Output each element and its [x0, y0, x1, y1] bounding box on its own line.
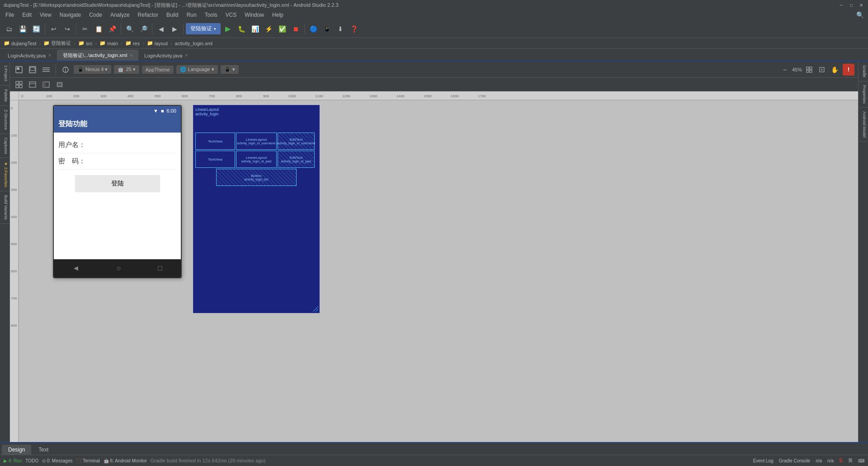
menu-refactor[interactable]: Refactor [134, 11, 162, 19]
favorites-panel-tab[interactable]: ★ 2:Favorites [0, 158, 9, 191]
menu-navigate[interactable]: Navigate [56, 11, 85, 19]
zstructure-panel-tab[interactable]: Z-Structure [0, 106, 9, 134]
layout-textview-1[interactable]: TextView [195, 133, 235, 150]
close-button[interactable]: ✕ [858, 2, 864, 8]
profile-button[interactable]: 📊 [249, 23, 261, 35]
breadcrumb-layout[interactable]: 📁 layout [147, 40, 168, 46]
menu-tools[interactable]: Tools [201, 11, 221, 19]
stop-button[interactable]: ⏹ [289, 23, 302, 35]
tab-close-1[interactable]: × [48, 53, 51, 58]
settings-button[interactable]: ❓ [348, 23, 360, 35]
phone-recent-button[interactable]: □ [158, 264, 162, 272]
tab-login-activity-2[interactable]: LoginActivity.java × [138, 50, 193, 61]
pan-tool-button[interactable]: ✋ [829, 64, 840, 75]
copy-button[interactable]: 📋 [92, 23, 105, 35]
replace-button[interactable]: 🔎 [137, 23, 150, 35]
gradle-panel-tab[interactable]: Gradle [859, 62, 868, 81]
sync-button[interactable]: 🔄 [30, 23, 42, 35]
paste-button[interactable]: 📌 [106, 23, 118, 35]
breadcrumb-project[interactable]: 📁 dujiangTest [4, 40, 37, 46]
debug-button[interactable]: 🐛 [235, 23, 248, 35]
run-tests-button[interactable]: ✅ [276, 23, 288, 35]
back-button[interactable]: ◀ [155, 23, 167, 35]
menu-view[interactable]: View [36, 11, 55, 19]
terminal-button[interactable]: ⬛ Terminal [76, 458, 99, 463]
coverage-button[interactable]: 🔵 [307, 23, 320, 35]
menu-edit[interactable]: Edit [19, 11, 35, 19]
build-variants-panel-tab[interactable]: Build Variants [0, 191, 9, 224]
phone-home-button[interactable]: ○ [117, 264, 121, 272]
properties-panel-tab[interactable]: Properties [859, 81, 868, 108]
menu-code[interactable]: Code [85, 11, 106, 19]
status-event-log[interactable]: Event Log [753, 458, 774, 463]
blueprint-view-button[interactable] [27, 64, 38, 75]
phone-back-button[interactable]: ◄ [72, 264, 80, 272]
status-gradle-console[interactable]: Gradle Console [779, 458, 810, 463]
run-config-dropdown[interactable]: 登陆验证 ▾ [186, 23, 221, 34]
redo-button[interactable]: ↪ [61, 23, 74, 35]
menu-build[interactable]: Build [163, 11, 182, 19]
layout-textview-2[interactable]: TextView [195, 151, 235, 168]
breadcrumb-module[interactable]: 📁 登陆验证 [43, 40, 71, 47]
sdk-manager[interactable]: ⬇ [334, 23, 347, 35]
layout-edittext-2[interactable]: EditText activity_login_et_pwd [278, 151, 315, 168]
android-model-panel-tab[interactable]: Android Model [859, 108, 868, 142]
error-indicator[interactable]: ! [843, 64, 854, 76]
maximize-button[interactable]: □ [848, 2, 854, 8]
project-panel-tab[interactable]: 1:Project [0, 62, 9, 86]
device-selector[interactable]: 📱 Nexus 4 ▾ [74, 65, 111, 74]
layout-edittext-1[interactable]: EditText activity_login_et_username [278, 133, 315, 150]
menu-analyze[interactable]: Analyze [107, 11, 133, 19]
menu-help[interactable]: Help [269, 11, 287, 19]
tab-close-2[interactable]: × [130, 53, 132, 58]
breadcrumb-main[interactable]: 📁 main [99, 40, 118, 46]
android-monitor-button[interactable]: 🤖 6: Android Monitor [104, 458, 147, 463]
tab-login-activity-1[interactable]: LoginActivity.java × [2, 50, 57, 61]
forward-button[interactable]: ▶ [168, 23, 181, 35]
zoom-fit-button[interactable] [804, 64, 815, 75]
theme-selector[interactable]: AppTheme [142, 66, 174, 74]
menu-run[interactable]: Run [183, 11, 200, 19]
phone-login-button[interactable]: 登陆 [75, 175, 160, 192]
panel-view-3[interactable] [54, 79, 65, 90]
breadcrumb-src[interactable]: 📁 src [78, 40, 93, 46]
search-everywhere-button[interactable]: 🔍 [854, 9, 866, 21]
tab-text[interactable]: Text [32, 445, 55, 455]
layout-button[interactable]: Button activity_login_btn [216, 169, 297, 186]
breadcrumb-res[interactable]: 📁 res [125, 40, 140, 46]
project-icon[interactable]: 🗂 [3, 23, 15, 35]
find-button[interactable]: 🔍 [123, 23, 136, 35]
zoom-restore-button[interactable] [816, 64, 827, 75]
messages-button[interactable]: ⊙ 0: Messages [42, 458, 72, 463]
todo-button[interactable]: TODO [25, 458, 38, 463]
save-button[interactable]: 💾 [16, 23, 29, 35]
canvas-viewport[interactable]: ▼ ■ 6:00 登陆功能 用户名： 密 码： [19, 100, 858, 442]
minimize-button[interactable]: ─ [838, 2, 844, 8]
tab-close-3[interactable]: × [185, 53, 188, 58]
orientation-selector[interactable]: 📱 ▾ [221, 65, 239, 74]
api-selector[interactable]: 🤖 25 ▾ [114, 65, 139, 74]
layout-panel-resize-handle[interactable] [312, 305, 319, 313]
layout-linearlayout-2[interactable]: LinearLayout activity_login_et_pwd [236, 151, 277, 168]
list-view-button[interactable] [41, 64, 52, 75]
run-tool-button[interactable]: ▶ 4: Run [4, 458, 22, 463]
menu-window[interactable]: Window [241, 11, 268, 19]
device-manager[interactable]: 📱 [321, 23, 333, 35]
cut-button[interactable]: ✂ [79, 23, 91, 35]
menu-file[interactable]: File [2, 11, 18, 19]
panel-view-1[interactable] [27, 79, 38, 90]
layout-linearlayout-1[interactable]: LinearLayout activity_login_et_username [236, 133, 277, 150]
undo-button[interactable]: ↩ [47, 23, 60, 35]
menu-vcs[interactable]: VCS [222, 11, 241, 19]
language-selector[interactable]: 🌐 Language ▾ [176, 65, 218, 74]
design-view-button[interactable] [14, 64, 24, 75]
grid-toggle-button[interactable] [14, 79, 24, 90]
breadcrumb-file[interactable]: activity_login.xml [175, 41, 212, 46]
panel-view-2[interactable] [41, 79, 52, 90]
captures-panel-tab[interactable]: Captures [0, 134, 9, 158]
tab-activity-login-xml[interactable]: 登陆验证\...\activity_login.xml × [57, 50, 138, 61]
tab-design[interactable]: Design [2, 445, 31, 455]
apply-changes-button[interactable]: ⚡ [262, 23, 275, 35]
palette-panel-tab[interactable]: Palette [0, 86, 9, 106]
run-button[interactable]: ▶ [222, 23, 234, 35]
